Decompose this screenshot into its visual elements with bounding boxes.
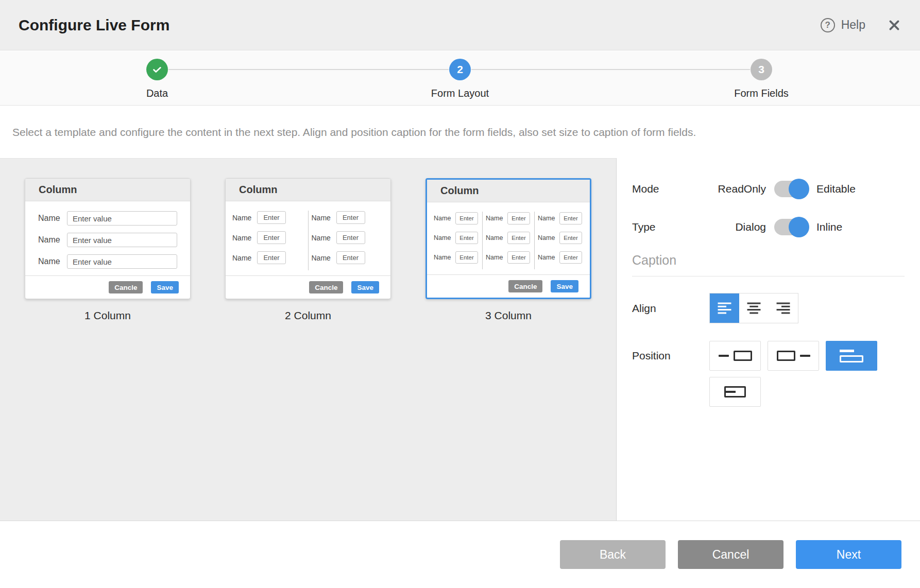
template-card-1-column[interactable]: Column Name Enter value Name Enter value… [25,178,191,322]
preview-field-row: Name Enter value [38,211,177,226]
position-caption-left-button[interactable] [709,341,761,371]
step-label: Form Fields [720,88,803,99]
step-label: Form Layout [419,88,501,99]
step-connector [471,69,750,70]
preview-field-row: Name Enter [486,212,531,224]
mode-label: Mode [632,183,709,195]
align-center-button[interactable] [739,293,769,323]
preview-cancel-button: Cancle [109,281,143,293]
template-card-2-column[interactable]: Column Name Enter Name Enter Name [225,178,391,322]
step-number: 3 [758,63,764,76]
help-button[interactable]: ? Help [821,18,865,32]
preview-field-label: Name [486,234,507,241]
preview-field-row: Name Enter value [38,254,177,269]
position-caption-floating-button[interactable] [709,377,761,407]
caption-right-icon [777,351,795,361]
preview-field-row: Name Enter [486,232,531,244]
step-form-layout: 2 Form Layout [419,51,501,99]
preview-field-row: Name Enter [434,212,479,224]
column-divider [308,211,309,270]
settings-panel: Mode ReadOnly Editable Type Dialog Inlin… [616,158,920,521]
mode-on-label: Editable [816,183,856,195]
preview-input: Enter [336,251,365,264]
column-divider [534,212,535,269]
type-setting: Type Dialog Inline [632,219,905,235]
preview-save-button: Save [151,281,179,293]
position-caption-right-button[interactable] [768,341,819,371]
preview-field-label: Name [312,234,336,242]
preview-field-label: Name [434,234,455,241]
preview-input: Enter [336,211,365,224]
align-center-icon [745,300,762,317]
preview-input: Enter [507,251,530,264]
preview-save-button: Save [551,280,578,292]
close-icon[interactable] [887,18,901,32]
preview-field-label: Name [538,234,559,241]
template-preview-selected: Column Name Enter Name Enter Name [425,178,591,299]
align-right-button[interactable] [769,293,798,323]
preview-form-title: Column [427,180,590,202]
next-button[interactable]: Next [796,540,901,569]
align-left-button[interactable] [710,293,739,323]
preview-field-label: Name [486,215,507,222]
dialog-header: Configure Live Form ? Help [0,0,920,50]
step-number: 2 [457,63,463,76]
preview-save-button: Save [351,281,379,293]
mode-off-label: ReadOnly [709,183,766,195]
preview-field-row: Name Enter [538,251,583,264]
preview-field-label: Name [312,214,336,222]
column-divider [482,212,483,269]
preview-field-label: Name [486,254,507,261]
preview-input: Enter value [67,211,177,226]
preview-field-label: Name [434,254,455,261]
type-on-label: Inline [816,221,842,233]
position-setting: Position [632,341,905,407]
toggle-knob [789,217,809,237]
position-button-group [709,341,887,407]
caption-floating-icon [724,386,746,397]
step-description: Select a template and configure the cont… [0,106,920,158]
caption-top-icon [840,350,863,362]
position-caption-top-button[interactable] [826,341,877,371]
preview-field-row: Name Enter [312,251,384,264]
preview-input: Enter [455,232,478,244]
caption-left-icon [719,355,729,357]
preview-field-label: Name [434,215,455,222]
align-left-icon [716,300,733,317]
preview-input: Enter value [67,254,177,269]
configure-live-form-dialog: Configure Live Form ? Help Data [0,0,920,588]
mode-toggle[interactable] [774,181,808,197]
template-card-label: 3 Column [425,309,591,322]
preview-input: Enter [559,251,582,264]
toggle-knob [789,179,809,199]
mode-setting: Mode ReadOnly Editable [632,181,905,197]
preview-field-label: Name [38,235,67,245]
back-button[interactable]: Back [560,540,666,569]
step-data: Data [116,51,198,99]
align-right-icon [775,300,792,317]
preview-input: Enter [455,251,478,264]
preview-field-label: Name [232,234,257,242]
align-label: Align [632,302,709,315]
preview-input: Enter [257,211,286,224]
template-card-label: 1 Column [25,309,191,322]
preview-field-row: Name Enter [538,232,583,244]
preview-field-label: Name [232,254,257,262]
step-complete-check-icon [146,59,168,80]
preview-cancel-button: Cancle [508,280,542,292]
preview-input: Enter [455,212,478,224]
preview-field-label: Name [38,214,67,223]
cancel-button[interactable]: Cancel [678,540,783,569]
template-card-label: 2 Column [225,309,391,322]
caption-section-title: Caption [632,253,905,268]
align-button-group [709,293,798,323]
type-toggle[interactable] [774,219,808,235]
preview-field-label: Name [38,257,67,266]
template-card-3-column[interactable]: Column Name Enter Name Enter Name [425,178,591,322]
preview-input: Enter [559,232,582,244]
page-title: Configure Live Form [19,16,169,34]
preview-form-title: Column [226,179,390,201]
preview-field-label: Name [312,254,336,262]
preview-field-label: Name [538,215,559,222]
caption-divider [632,276,905,276]
